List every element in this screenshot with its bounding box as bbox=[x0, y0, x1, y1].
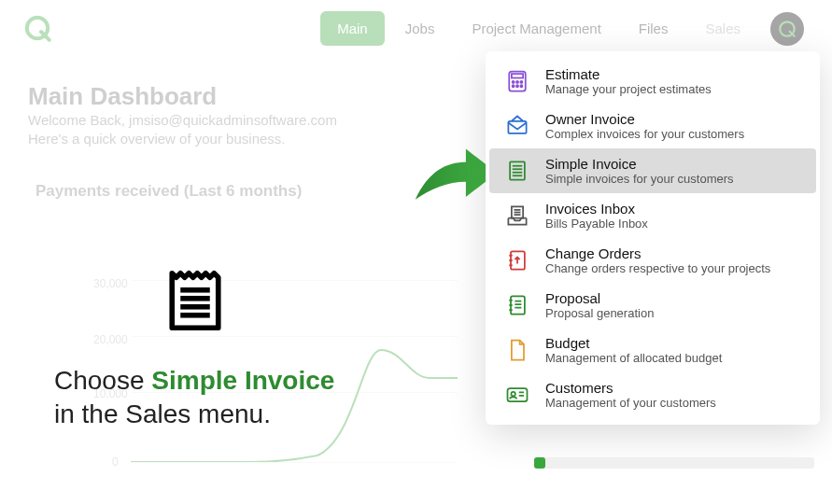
invoice-icon bbox=[502, 156, 532, 186]
dropdown-item-label: Estimate bbox=[545, 66, 712, 82]
svg-rect-17 bbox=[510, 161, 525, 179]
dropdown-item-sub: Proposal generation bbox=[545, 306, 654, 320]
svg-rect-16 bbox=[508, 121, 526, 133]
dropdown-item-label: Change Orders bbox=[545, 245, 770, 261]
svg-point-13 bbox=[513, 85, 515, 87]
dropdown-item-simple-invoice[interactable]: Simple InvoiceSimple invoices for your c… bbox=[489, 148, 816, 193]
dropdown-item-proposal[interactable]: ProposalProposal generation bbox=[489, 283, 816, 328]
document-icon bbox=[502, 290, 532, 320]
dropdown-item-sub: Complex invoices for your customers bbox=[545, 127, 744, 141]
dropdown-item-label: Owner Invoice bbox=[545, 111, 744, 127]
dropdown-item-invoices-inbox[interactable]: Invoices InboxBills Payable Inbox bbox=[489, 193, 816, 238]
svg-rect-9 bbox=[512, 74, 523, 77]
svg-point-15 bbox=[520, 85, 522, 87]
svg-point-10 bbox=[513, 81, 515, 83]
file-icon bbox=[502, 335, 532, 365]
dropdown-item-sub: Management of your customers bbox=[545, 396, 716, 410]
dropdown-item-sub: Management of allocated budget bbox=[545, 351, 722, 365]
svg-rect-37 bbox=[508, 388, 528, 401]
dropdown-item-sub: Bills Payable Inbox bbox=[545, 217, 648, 231]
id-card-icon bbox=[502, 380, 532, 410]
dropdown-item-budget[interactable]: BudgetManagement of allocated budget bbox=[489, 328, 816, 372]
svg-point-11 bbox=[516, 81, 518, 83]
svg-point-14 bbox=[516, 85, 518, 87]
dropdown-item-label: Simple Invoice bbox=[545, 156, 734, 172]
svg-point-12 bbox=[520, 81, 522, 83]
dropdown-item-label: Proposal bbox=[545, 290, 654, 306]
dropdown-item-owner-invoice[interactable]: Owner InvoiceComplex invoices for your c… bbox=[489, 104, 816, 148]
calculator-icon bbox=[502, 66, 532, 96]
dropdown-item-label: Budget bbox=[545, 335, 722, 351]
dropdown-item-label: Invoices Inbox bbox=[545, 201, 648, 217]
dropdown-item-sub: Simple invoices for your customers bbox=[545, 172, 734, 186]
envelope-icon bbox=[502, 111, 532, 141]
dropdown-item-estimate[interactable]: EstimateManage your project estimates bbox=[489, 59, 816, 104]
dropdown-item-sub: Manage your project estimates bbox=[545, 82, 712, 96]
progress-bar bbox=[534, 457, 814, 469]
sales-dropdown: EstimateManage your project estimates Ow… bbox=[486, 51, 820, 425]
dropdown-item-label: Customers bbox=[545, 380, 716, 396]
notebook-icon bbox=[502, 245, 532, 275]
dropdown-item-change-orders[interactable]: Change OrdersChange orders respective to… bbox=[489, 238, 816, 283]
dropdown-item-sub: Change orders respective to your project… bbox=[545, 261, 770, 275]
inbox-icon bbox=[502, 201, 532, 231]
svg-point-38 bbox=[511, 392, 515, 396]
dropdown-item-customers[interactable]: CustomersManagement of your customers bbox=[489, 372, 816, 417]
